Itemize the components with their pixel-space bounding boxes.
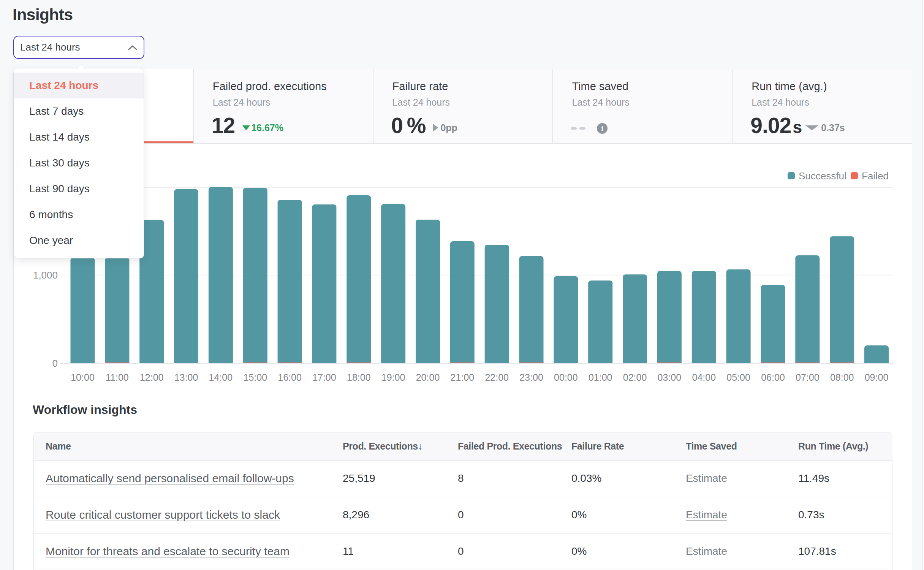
svg-text:10:00: 10:00 [71,372,95,383]
svg-text:01:00: 01:00 [589,372,612,383]
svg-text:00:00: 00:00 [554,372,578,383]
svg-text:16:00: 16:00 [278,372,302,383]
svg-text:20:00: 20:00 [416,372,440,383]
svg-text:Successful: Successful [799,170,846,182]
svg-text:04:00: 04:00 [692,372,716,383]
svg-text:1,000: 1,000 [33,269,58,281]
svg-text:08:00: 08:00 [830,372,854,383]
svg-text:18:00: 18:00 [347,372,371,383]
svg-text:09:00: 09:00 [865,372,889,383]
svg-text:03:00: 03:00 [658,372,682,383]
svg-text:23:00: 23:00 [519,372,543,383]
svg-text:07:00: 07:00 [796,372,820,383]
svg-text:12:00: 12:00 [140,372,164,383]
svg-text:Failed: Failed [862,170,889,182]
svg-text:11:00: 11:00 [106,372,129,383]
svg-text:17:00: 17:00 [312,372,336,383]
svg-text:15:00: 15:00 [244,372,267,383]
svg-text:13:00: 13:00 [174,372,198,383]
svg-text:05:00: 05:00 [726,372,750,383]
svg-text:19:00: 19:00 [381,372,405,383]
svg-text:14:00: 14:00 [209,372,233,383]
svg-text:22:00: 22:00 [485,372,509,383]
svg-text:0: 0 [52,358,58,369]
svg-text:21:00: 21:00 [451,372,475,383]
svg-text:06:00: 06:00 [761,372,785,383]
svg-text:02:00: 02:00 [623,372,647,383]
